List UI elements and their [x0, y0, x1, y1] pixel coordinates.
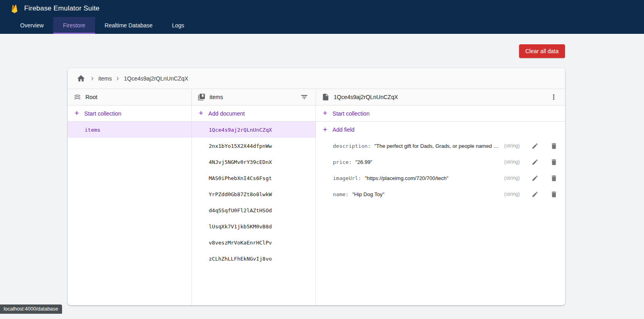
app-title: Firebase Emulator Suite: [24, 4, 100, 12]
home-button[interactable]: [74, 72, 88, 85]
plus-icon: +: [75, 109, 79, 117]
firestore-page: Clear all data items: [0, 34, 644, 305]
chevron-right-icon: [114, 75, 121, 82]
field-type: (string): [504, 191, 521, 197]
collection-name: items: [85, 127, 100, 133]
plus-icon: +: [199, 109, 203, 117]
document-id: MAS0iPhebXnI4Cs6Fsgt: [209, 175, 272, 181]
field-value: "The perfect gift for Dads, Grads, or pe…: [374, 143, 501, 149]
trash-icon: [550, 191, 558, 198]
start-collection-button[interactable]: + Start collection: [68, 106, 191, 122]
nav-tab-label: Logs: [172, 22, 184, 29]
add-field-button[interactable]: + Add field: [316, 122, 565, 138]
plus-icon: +: [323, 126, 327, 133]
document-id: 1Qce4s9aj2rQLnUnCZqX: [209, 127, 272, 133]
document-menu-button[interactable]: [548, 91, 559, 103]
document-row[interactable]: 2nx1bYo15X2X44dfpnWw: [192, 138, 316, 154]
edit-field-button[interactable]: [530, 189, 540, 199]
document-id: YrPZdd0Gb87Zt8o8lwkW: [209, 191, 272, 197]
breadcrumb-items: items 1Qce4s9aj2rQLnUnCZqX: [89, 75, 190, 82]
trash-icon: [550, 158, 558, 166]
document-row[interactable]: zCLhZhLLFhEkNGvIj8vo: [192, 251, 316, 267]
document-id: lUsqXk7V1jkb5KM0vB8d: [209, 224, 272, 230]
more-vert-icon: [550, 93, 558, 101]
field-key: imageUrl:: [333, 175, 361, 181]
database-root-icon: [73, 93, 81, 101]
field-row: description: "The perfect gift for Dads,…: [316, 138, 565, 154]
document-row[interactable]: v8veszMrVoKaEnrHClPv: [192, 234, 316, 251]
field-type: (string): [504, 175, 521, 181]
nav-tab[interactable]: Logs: [162, 17, 194, 34]
pencil-icon: [532, 191, 538, 198]
edit-field-button[interactable]: [530, 173, 540, 183]
filter-documents-button[interactable]: [299, 91, 310, 103]
delete-field-button[interactable]: [548, 141, 559, 151]
document-row[interactable]: lUsqXk7V1jkb5KM0vB8d: [192, 218, 316, 234]
add-document-button[interactable]: + Add document: [192, 106, 316, 122]
add-document-label: Add document: [208, 110, 245, 117]
field-row: imageUrl: "https://placeimg.com/720/700/…: [316, 170, 565, 186]
document-row[interactable]: MAS0iPhebXnI4Cs6Fsgt: [192, 170, 316, 186]
nav-tabs: Overview Firestore Realtime Database Log…: [0, 17, 644, 34]
field-value: "26.99": [355, 159, 372, 165]
firebase-logo-icon: [10, 4, 19, 13]
root-panel-header: Root: [68, 89, 191, 106]
firestore-data-card: items 1Qce4s9aj2rQLnUnCZqX: [68, 68, 565, 305]
chevron-right-icon: [89, 75, 96, 82]
document-id: v8veszMrVoKaEnrHClPv: [209, 240, 272, 246]
collection-panel-header: items: [192, 89, 316, 106]
pencil-icon: [532, 143, 538, 149]
document-row[interactable]: 4NJvj5NGMv0rY39cEDnX: [192, 154, 316, 170]
doc-start-collection-button[interactable]: + Start collection: [316, 106, 565, 122]
document-panel-header: 1Qce4s9aj2rQLnUnCZqX: [316, 89, 565, 106]
edit-field-button[interactable]: [530, 157, 540, 167]
document-row[interactable]: d4q5SqfU0Fl2lAZtHSOd: [192, 202, 316, 218]
field-row: price: "26.99" (string): [316, 154, 565, 170]
document-row[interactable]: 1Qce4s9aj2rQLnUnCZqX: [192, 122, 316, 138]
field-key: name:: [333, 191, 349, 197]
document-id: zCLhZhLLFhEkNGvIj8vo: [209, 256, 272, 262]
delete-field-button[interactable]: [548, 157, 559, 168]
collection-row[interactable]: items: [68, 122, 191, 138]
panels: Root + Start collection items: [68, 89, 565, 305]
filter-icon: [300, 93, 308, 101]
field-key: description:: [333, 143, 371, 149]
root-panel: Root + Start collection items: [68, 89, 192, 305]
root-panel-title: Root: [85, 94, 98, 100]
delete-field-button[interactable]: [548, 173, 559, 184]
status-url-bubble: localhost:4000/database: [0, 304, 62, 314]
document-list: 1Qce4s9aj2rQLnUnCZqX 2nx1bYo15X2X44dfpnW…: [192, 122, 316, 305]
trash-icon: [550, 142, 558, 150]
home-icon: [77, 74, 85, 83]
field-row: name: "Hip Dog Toy" (string): [316, 186, 565, 202]
app-header: Firebase Emulator Suite Overview Firesto…: [0, 0, 644, 34]
field-value: "https://placeimg.com/720/700/tech": [365, 175, 448, 181]
nav-tab-label: Overview: [20, 22, 44, 29]
edit-field-button[interactable]: [530, 141, 540, 151]
collection-panel-title: items: [210, 94, 223, 100]
nav-tab[interactable]: Overview: [10, 17, 53, 34]
pencil-icon: [532, 159, 538, 166]
doc-start-collection-label: Start collection: [332, 110, 370, 117]
document-id: d4q5SqfU0Fl2lAZtHSOd: [209, 207, 272, 213]
delete-field-button[interactable]: [548, 189, 559, 200]
plus-icon: +: [323, 109, 327, 117]
breadcrumb-item[interactable]: 1Qce4s9aj2rQLnUnCZqX: [114, 75, 190, 82]
breadcrumb-item[interactable]: items: [89, 75, 113, 82]
collection-list: items: [68, 122, 191, 305]
breadcrumb-item-label: items: [97, 75, 113, 82]
clear-all-data-button[interactable]: Clear all data: [519, 44, 565, 58]
nav-tab[interactable]: Realtime Database: [95, 17, 162, 34]
trash-icon: [550, 174, 558, 182]
nav-tab-label: Firestore: [63, 22, 85, 29]
document-row[interactable]: YrPZdd0Gb87Zt8o8lwkW: [192, 186, 316, 202]
nav-tab[interactable]: Firestore: [53, 17, 95, 34]
actions-bar: Clear all data: [68, 44, 565, 58]
field-type: (string): [504, 143, 521, 149]
pencil-icon: [532, 175, 538, 182]
field-value: "Hip Dog Toy": [352, 191, 384, 197]
field-type: (string): [504, 159, 521, 165]
field-key: price:: [333, 159, 352, 165]
nav-tab-label: Realtime Database: [105, 22, 153, 29]
start-collection-label: Start collection: [84, 110, 121, 117]
